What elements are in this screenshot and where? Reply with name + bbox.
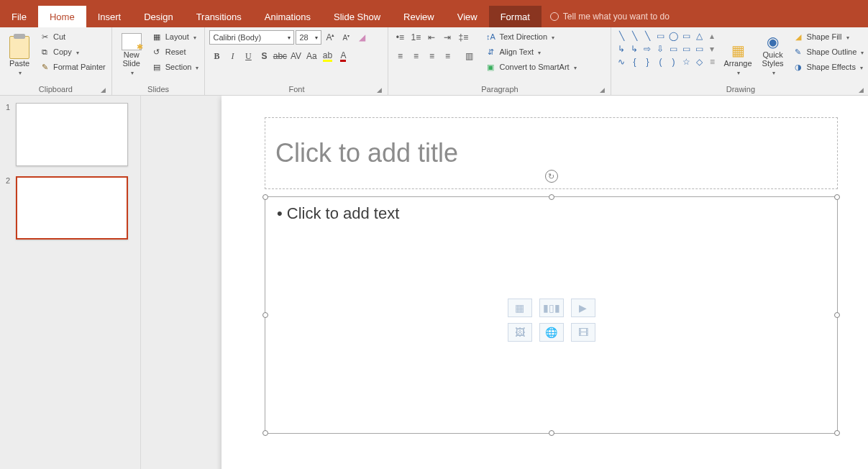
- slide[interactable]: Click to add title • Click to add text ▦…: [221, 96, 868, 469]
- layout-button[interactable]: ▦Layout: [150, 30, 201, 43]
- drawing-launcher-icon[interactable]: ◢: [859, 86, 864, 94]
- slide-canvas-area[interactable]: Click to add title • Click to add text ▦…: [141, 96, 868, 469]
- font-launcher-icon[interactable]: ◢: [377, 86, 382, 94]
- shape-brace-icon[interactable]: (: [654, 56, 666, 68]
- thumb-preview-selected[interactable]: [16, 176, 128, 240]
- shape-fill-button[interactable]: ◢Shape Fill: [791, 30, 866, 43]
- align-center-button[interactable]: ≡: [408, 49, 423, 63]
- shape-star-icon[interactable]: ☆: [680, 56, 692, 68]
- shape-brace-icon[interactable]: }: [641, 56, 653, 68]
- format-painter-button[interactable]: ✎Format Painter: [37, 60, 107, 73]
- text-direction-button[interactable]: ↕AText Direction: [483, 30, 577, 43]
- section-button[interactable]: ▤Section: [150, 60, 201, 73]
- bullets-button[interactable]: •≡: [393, 30, 407, 45]
- shape-effects-button[interactable]: ◑Shape Effects: [791, 60, 866, 73]
- change-case-button[interactable]: Aa: [304, 49, 319, 63]
- resize-handle-sw[interactable]: [262, 430, 268, 436]
- align-right-button[interactable]: ≡: [424, 49, 439, 63]
- tab-view[interactable]: View: [446, 6, 489, 27]
- reset-button[interactable]: ↺Reset: [150, 45, 201, 58]
- shapes-gallery[interactable]: ╲╲╲▭◯▭△▴ ↳↳⇨⇩▭▭▭▾ ∿{}()☆◇≡: [616, 30, 718, 68]
- shape-callout-icon[interactable]: ◇: [693, 56, 705, 68]
- insert-smartart-icon[interactable]: ▶: [571, 299, 595, 317]
- underline-button[interactable]: U: [241, 49, 255, 63]
- shape-rect-icon[interactable]: ▭: [680, 30, 692, 42]
- resize-handle-nw[interactable]: [262, 194, 268, 200]
- tab-home[interactable]: Home: [38, 6, 86, 27]
- tab-format[interactable]: Format: [489, 6, 542, 27]
- grow-font-button[interactable]: A▴: [323, 30, 337, 45]
- resize-handle-ne[interactable]: [834, 194, 840, 200]
- shape-arrow-icon[interactable]: ⇩: [654, 43, 666, 55]
- tab-review[interactable]: Review: [392, 6, 446, 27]
- tab-insert[interactable]: Insert: [86, 6, 133, 27]
- inc-indent-button[interactable]: ⇥: [440, 30, 454, 45]
- copy-button[interactable]: ⧉Copy: [37, 45, 107, 58]
- shape-curve-icon[interactable]: ∿: [616, 56, 627, 68]
- shape-oval-icon[interactable]: ◯: [667, 30, 679, 42]
- resize-handle-e[interactable]: [834, 312, 840, 318]
- shape-rect-icon[interactable]: ▭: [680, 43, 692, 55]
- insert-video-icon[interactable]: 🎞: [571, 323, 595, 342]
- quick-styles-button[interactable]: ◉ Quick Styles: [758, 30, 788, 78]
- cut-button[interactable]: ✂Cut: [37, 30, 107, 43]
- clipboard-launcher-icon[interactable]: ◢: [101, 86, 106, 94]
- shape-rect-icon[interactable]: ▭: [693, 43, 705, 55]
- font-size-select[interactable]: 28▾: [296, 30, 321, 45]
- tab-file[interactable]: File: [0, 6, 38, 27]
- highlight-button[interactable]: ab: [320, 49, 334, 63]
- scroll-up-icon[interactable]: ▴: [706, 30, 718, 42]
- tab-slideshow[interactable]: Slide Show: [322, 6, 392, 27]
- shape-line-icon[interactable]: ╲: [629, 30, 640, 42]
- shape-line-icon[interactable]: ↳: [629, 43, 640, 55]
- smartart-button[interactable]: ▣Convert to SmartArt: [483, 60, 577, 73]
- content-placeholder[interactable]: • Click to add text ▦ ▮▯▮ ▶ 🖼 🌐 🎞: [265, 196, 838, 434]
- strike-button[interactable]: abc: [273, 49, 287, 63]
- thumbnail-1[interactable]: 1: [6, 103, 134, 166]
- thumbnail-2[interactable]: 2: [6, 176, 134, 240]
- shape-rect-icon[interactable]: ▭: [667, 43, 679, 55]
- resize-handle-w[interactable]: [262, 312, 268, 318]
- columns-button[interactable]: ▥: [462, 49, 476, 63]
- insert-chart-icon[interactable]: ▮▯▮: [539, 299, 564, 317]
- shrink-font-button[interactable]: A▾: [339, 30, 353, 45]
- font-name-select[interactable]: Calibri (Body)▾: [209, 30, 294, 45]
- scroll-down-icon[interactable]: ▾: [706, 43, 718, 55]
- rotate-handle[interactable]: [545, 170, 558, 183]
- clear-format-button[interactable]: ◢: [355, 30, 369, 45]
- dec-indent-button[interactable]: ⇤: [424, 30, 439, 45]
- resize-handle-se[interactable]: [834, 430, 840, 436]
- tell-me-search[interactable]: Tell me what you want to do: [542, 6, 678, 27]
- tab-design[interactable]: Design: [132, 6, 184, 27]
- bold-button[interactable]: B: [209, 49, 224, 63]
- insert-picture-icon[interactable]: 🖼: [508, 323, 532, 342]
- italic-button[interactable]: I: [225, 49, 239, 63]
- shape-rect-icon[interactable]: ▭: [654, 30, 666, 42]
- shadow-button[interactable]: S: [257, 49, 271, 63]
- shape-line-icon[interactable]: ╲: [616, 30, 627, 42]
- shape-line-icon[interactable]: ╲: [641, 30, 653, 42]
- justify-button[interactable]: ≡: [440, 49, 454, 63]
- gallery-more-icon[interactable]: ≡: [706, 56, 718, 68]
- tab-animations[interactable]: Animations: [253, 6, 322, 27]
- align-text-button[interactable]: ⇵Align Text: [483, 45, 577, 58]
- resize-handle-n[interactable]: [549, 194, 554, 200]
- numbering-button[interactable]: 1≡: [408, 30, 423, 45]
- align-left-button[interactable]: ≡: [393, 49, 407, 63]
- resize-handle-s[interactable]: [549, 430, 554, 436]
- shape-brace-icon[interactable]: ): [667, 56, 679, 68]
- tab-transitions[interactable]: Transitions: [185, 6, 253, 27]
- shape-arrow-icon[interactable]: ⇨: [641, 43, 653, 55]
- slide-thumbnails-panel[interactable]: 1 2: [0, 96, 141, 469]
- thumb-preview[interactable]: [16, 103, 128, 166]
- shape-outline-button[interactable]: ✎Shape Outline: [791, 45, 866, 58]
- new-slide-button[interactable]: New Slide: [117, 30, 147, 78]
- insert-table-icon[interactable]: ▦: [508, 299, 532, 317]
- font-color-button[interactable]: A: [336, 49, 350, 63]
- line-spacing-button[interactable]: ‡≡: [456, 30, 470, 45]
- insert-online-picture-icon[interactable]: 🌐: [539, 323, 564, 342]
- para-launcher-icon[interactable]: ◢: [600, 86, 605, 94]
- shape-line-icon[interactable]: ↳: [616, 43, 627, 55]
- shape-brace-icon[interactable]: {: [629, 56, 640, 68]
- char-spacing-button[interactable]: AV: [288, 49, 303, 63]
